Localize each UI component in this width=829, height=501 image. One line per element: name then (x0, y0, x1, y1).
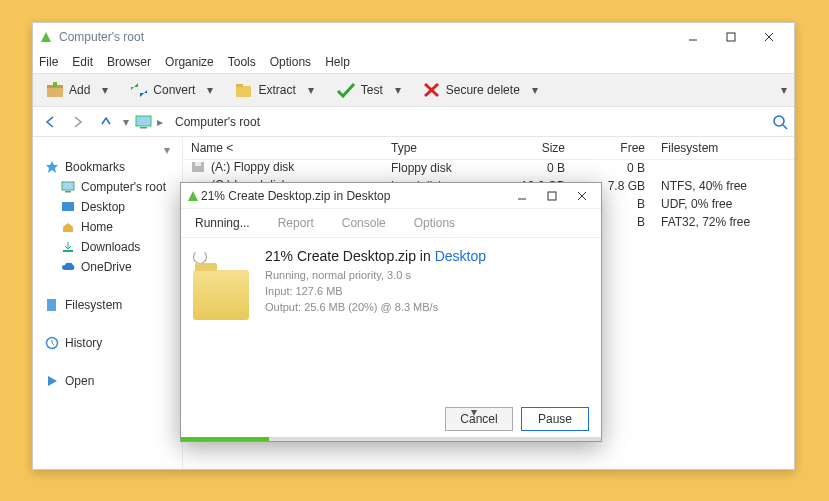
svg-rect-11 (136, 116, 151, 126)
toolbar-extract-dropdown[interactable]: ▾ (307, 83, 315, 97)
tab-options[interactable]: Options (400, 209, 469, 237)
tab-console[interactable]: Console (328, 209, 400, 237)
nav-up[interactable] (95, 111, 117, 133)
progress-bar (181, 437, 601, 441)
svg-point-13 (774, 116, 784, 126)
svg-rect-1 (727, 33, 735, 41)
toolbar-secure-delete[interactable]: Secure delete (416, 77, 527, 103)
chevron-down-icon[interactable]: ▾ (471, 405, 477, 419)
x-icon (423, 82, 441, 98)
menu-edit[interactable]: Edit (72, 55, 93, 69)
pause-button[interactable]: Pause (521, 407, 589, 431)
dialog-maximize[interactable] (537, 184, 567, 208)
sidebar-open[interactable]: Open (37, 371, 178, 391)
tab-running[interactable]: Running... (181, 209, 264, 237)
sidebar-downloads[interactable]: Downloads (37, 237, 178, 257)
toolbar-test-dropdown[interactable]: ▾ (394, 83, 402, 97)
sidebar-home[interactable]: Home (37, 217, 178, 237)
col-size[interactable]: Size (493, 137, 573, 159)
cancel-button[interactable]: Cancel (445, 407, 513, 431)
col-filesystem[interactable]: Filesystem (653, 137, 794, 159)
dialog-tabs: Running... Report Console Options (181, 209, 601, 238)
progress-fill (181, 437, 269, 441)
svg-rect-8 (236, 84, 243, 87)
col-type[interactable]: Type (383, 137, 493, 159)
table-row[interactable]: (A:) Floppy disk Floppy disk 0 B 0 B (183, 159, 794, 177)
svg-rect-16 (65, 191, 71, 193)
toolbar-add[interactable]: Add (39, 77, 97, 103)
app-icon (185, 190, 201, 202)
svg-rect-12 (140, 127, 147, 129)
toolbar-extract[interactable]: Extract (228, 77, 302, 103)
filesystem-icon (45, 298, 59, 312)
sidebar-bookmarks[interactable]: Bookmarks (37, 157, 178, 177)
close-button[interactable] (750, 23, 788, 51)
svg-rect-7 (236, 86, 251, 97)
folder-icon (193, 270, 249, 320)
titlebar: Computer's root (33, 23, 794, 51)
check-icon (336, 82, 356, 98)
progress-dialog: 21% Create Desktop.zip in Desktop Runnin… (180, 182, 602, 442)
minimize-button[interactable] (674, 23, 712, 51)
toolbar-convert[interactable]: Convert (123, 77, 202, 103)
sidebar-history[interactable]: History (37, 333, 178, 353)
folder-icon (235, 82, 253, 98)
destination-link[interactable]: Desktop (435, 248, 486, 264)
box-icon (46, 82, 64, 98)
dialog-close[interactable] (567, 184, 597, 208)
search-icon[interactable] (772, 114, 788, 130)
sidebar-filesystem[interactable]: Filesystem (37, 295, 178, 315)
toolbar-overflow[interactable]: ▾ (780, 83, 788, 97)
output-line: Output: 25.6 MB (20%) @ 8.3 MB/s (265, 299, 486, 315)
svg-rect-22 (195, 162, 201, 166)
convert-icon (130, 82, 148, 98)
sidebar-desktop[interactable]: Desktop (37, 197, 178, 217)
dialog-title: 21% Create Desktop.zip in Desktop (201, 189, 390, 203)
svg-rect-17 (62, 202, 74, 211)
desktop-icon (61, 201, 75, 213)
address-bar: ▾ ▸ Computer's root (33, 107, 794, 137)
svg-rect-4 (47, 88, 63, 97)
spinner-icon (193, 250, 207, 264)
menu-browser[interactable]: Browser (107, 55, 151, 69)
svg-line-14 (783, 125, 787, 129)
nav-back[interactable] (39, 111, 61, 133)
nav-forward[interactable] (67, 111, 89, 133)
svg-rect-18 (63, 250, 73, 252)
dialog-titlebar: 21% Create Desktop.zip in Desktop (181, 183, 601, 209)
toolbar-test[interactable]: Test (329, 77, 390, 103)
menu-options[interactable]: Options (270, 55, 311, 69)
menu-organize[interactable]: Organize (165, 55, 214, 69)
toolbar: Add ▾ Convert ▾ Extract ▾ Test ▾ Secure … (33, 73, 794, 107)
menu-tools[interactable]: Tools (228, 55, 256, 69)
menubar: File Edit Browser Organize Tools Options… (33, 51, 794, 73)
col-free[interactable]: Free (573, 137, 653, 159)
monitor-icon (135, 115, 153, 129)
home-icon (61, 221, 75, 233)
download-icon (61, 241, 75, 253)
menu-help[interactable]: Help (325, 55, 350, 69)
svg-rect-6 (53, 82, 57, 87)
col-name[interactable]: Name < (183, 137, 383, 159)
toolbar-add-dropdown[interactable]: ▾ (101, 83, 109, 97)
app-icon (39, 30, 53, 44)
input-line: Input: 127.6 MB (265, 283, 486, 299)
toolbar-convert-dropdown[interactable]: ▾ (206, 83, 214, 97)
tab-report[interactable]: Report (264, 209, 328, 237)
monitor-icon (61, 181, 75, 193)
maximize-button[interactable] (712, 23, 750, 51)
status-line: Running, normal priority, 3.0 s (265, 267, 486, 283)
breadcrumb[interactable]: Computer's root (169, 115, 766, 129)
star-icon (45, 160, 59, 174)
play-icon (45, 374, 59, 388)
dialog-minimize[interactable] (507, 184, 537, 208)
sidebar-computers-root[interactable]: Computer's root (37, 177, 178, 197)
cloud-icon (61, 261, 75, 273)
clock-icon (45, 336, 59, 350)
sidebar-onedrive[interactable]: OneDrive (37, 257, 178, 277)
sidebar: ▾ Bookmarks Computer's root Desktop Home… (33, 137, 183, 469)
progress-heading: 21% Create Desktop.zip in Desktop (265, 248, 486, 264)
window-title: Computer's root (59, 30, 144, 44)
toolbar-secure-delete-dropdown[interactable]: ▾ (531, 83, 539, 97)
menu-file[interactable]: File (39, 55, 58, 69)
